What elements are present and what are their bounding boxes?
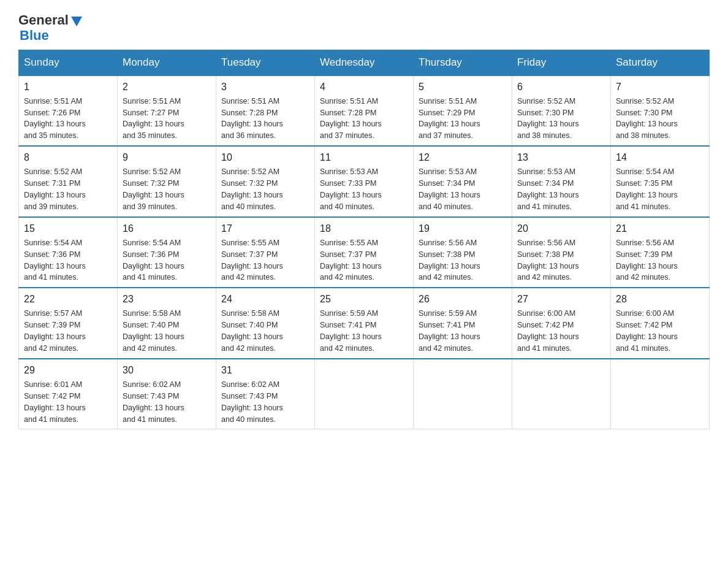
day-info: Sunrise: 5:51 AMSunset: 7:29 PMDaylight:… xyxy=(419,97,480,140)
calendar-cell: 22 Sunrise: 5:57 AMSunset: 7:39 PMDaylig… xyxy=(19,288,118,359)
day-number: 4 xyxy=(320,80,408,94)
day-number: 29 xyxy=(24,363,112,377)
logo: General Blue xyxy=(18,12,83,44)
day-number: 17 xyxy=(221,221,309,236)
day-number: 25 xyxy=(320,292,408,306)
weekday-header-friday: Friday xyxy=(512,50,611,75)
day-info: Sunrise: 5:51 AMSunset: 7:26 PMDaylight:… xyxy=(24,97,86,140)
day-info: Sunrise: 5:52 AMSunset: 7:31 PMDaylight:… xyxy=(24,167,86,211)
day-number: 16 xyxy=(123,221,211,236)
calendar-cell: 2 Sunrise: 5:51 AMSunset: 7:27 PMDayligh… xyxy=(118,75,216,147)
weekday-header-saturday: Saturday xyxy=(611,50,710,75)
day-info: Sunrise: 5:52 AMSunset: 7:30 PMDaylight:… xyxy=(517,97,579,140)
day-info: Sunrise: 5:53 AMSunset: 7:33 PMDaylight:… xyxy=(320,167,382,211)
calendar-cell: 8 Sunrise: 5:52 AMSunset: 7:31 PMDayligh… xyxy=(19,146,118,217)
day-info: Sunrise: 5:58 AMSunset: 7:40 PMDaylight:… xyxy=(221,309,283,353)
calendar-cell: 1 Sunrise: 5:51 AMSunset: 7:26 PMDayligh… xyxy=(19,75,118,147)
calendar-cell xyxy=(315,359,414,429)
day-info: Sunrise: 6:02 AMSunset: 7:43 PMDaylight:… xyxy=(221,380,283,424)
day-info: Sunrise: 5:59 AMSunset: 7:41 PMDaylight:… xyxy=(320,309,382,353)
calendar-cell: 9 Sunrise: 5:52 AMSunset: 7:32 PMDayligh… xyxy=(118,146,216,217)
day-info: Sunrise: 5:54 AMSunset: 7:36 PMDaylight:… xyxy=(123,239,184,282)
calendar-cell: 17 Sunrise: 5:55 AMSunset: 7:37 PMDaylig… xyxy=(216,217,315,288)
day-info: Sunrise: 5:55 AMSunset: 7:37 PMDaylight:… xyxy=(221,239,283,282)
day-number: 26 xyxy=(419,292,507,306)
day-info: Sunrise: 5:58 AMSunset: 7:40 PMDaylight:… xyxy=(123,309,184,353)
weekday-header-row: SundayMondayTuesdayWednesdayThursdayFrid… xyxy=(19,50,710,75)
day-number: 19 xyxy=(419,221,507,236)
calendar-cell: 19 Sunrise: 5:56 AMSunset: 7:38 PMDaylig… xyxy=(414,217,512,288)
page-header: General Blue xyxy=(18,12,710,44)
calendar-table: SundayMondayTuesdayWednesdayThursdayFrid… xyxy=(18,50,710,430)
calendar-cell: 24 Sunrise: 5:58 AMSunset: 7:40 PMDaylig… xyxy=(216,288,315,359)
day-number: 28 xyxy=(616,292,704,306)
calendar-cell: 10 Sunrise: 5:52 AMSunset: 7:32 PMDaylig… xyxy=(216,146,315,217)
calendar-cell: 3 Sunrise: 5:51 AMSunset: 7:28 PMDayligh… xyxy=(216,75,315,147)
day-number: 23 xyxy=(123,292,211,306)
calendar-cell: 21 Sunrise: 5:56 AMSunset: 7:39 PMDaylig… xyxy=(611,217,710,288)
weekday-header-thursday: Thursday xyxy=(414,50,512,75)
calendar-cell: 11 Sunrise: 5:53 AMSunset: 7:33 PMDaylig… xyxy=(315,146,414,217)
calendar-cell: 26 Sunrise: 5:59 AMSunset: 7:41 PMDaylig… xyxy=(414,288,512,359)
svg-marker-0 xyxy=(71,17,82,26)
calendar-cell: 15 Sunrise: 5:54 AMSunset: 7:36 PMDaylig… xyxy=(19,217,118,288)
day-number: 31 xyxy=(221,363,309,377)
day-number: 1 xyxy=(24,80,112,94)
day-info: Sunrise: 5:56 AMSunset: 7:38 PMDaylight:… xyxy=(419,239,480,282)
day-number: 7 xyxy=(616,80,704,94)
day-info: Sunrise: 5:53 AMSunset: 7:34 PMDaylight:… xyxy=(517,167,579,211)
day-number: 14 xyxy=(616,150,704,164)
week-row-4: 22 Sunrise: 5:57 AMSunset: 7:39 PMDaylig… xyxy=(19,288,710,359)
weekday-header-tuesday: Tuesday xyxy=(216,50,315,75)
calendar-cell: 18 Sunrise: 5:55 AMSunset: 7:37 PMDaylig… xyxy=(315,217,414,288)
day-number: 15 xyxy=(24,221,112,236)
calendar-cell: 29 Sunrise: 6:01 AMSunset: 7:42 PMDaylig… xyxy=(19,359,118,429)
day-number: 5 xyxy=(419,80,507,94)
calendar-cell: 12 Sunrise: 5:53 AMSunset: 7:34 PMDaylig… xyxy=(414,146,512,217)
day-info: Sunrise: 5:51 AMSunset: 7:28 PMDaylight:… xyxy=(320,97,382,140)
day-info: Sunrise: 5:51 AMSunset: 7:27 PMDaylight:… xyxy=(123,97,184,140)
day-info: Sunrise: 5:54 AMSunset: 7:36 PMDaylight:… xyxy=(24,239,86,282)
day-number: 18 xyxy=(320,221,408,236)
day-number: 12 xyxy=(419,150,507,164)
day-info: Sunrise: 5:52 AMSunset: 7:32 PMDaylight:… xyxy=(123,167,184,211)
day-number: 21 xyxy=(616,221,704,236)
day-info: Sunrise: 6:00 AMSunset: 7:42 PMDaylight:… xyxy=(517,309,579,353)
day-number: 22 xyxy=(24,292,112,306)
day-number: 20 xyxy=(517,221,605,236)
calendar-cell: 25 Sunrise: 5:59 AMSunset: 7:41 PMDaylig… xyxy=(315,288,414,359)
week-row-2: 8 Sunrise: 5:52 AMSunset: 7:31 PMDayligh… xyxy=(19,146,710,217)
day-info: Sunrise: 5:55 AMSunset: 7:37 PMDaylight:… xyxy=(320,239,382,282)
calendar-cell: 16 Sunrise: 5:54 AMSunset: 7:36 PMDaylig… xyxy=(118,217,216,288)
calendar-cell xyxy=(512,359,611,429)
day-info: Sunrise: 5:56 AMSunset: 7:39 PMDaylight:… xyxy=(616,239,678,282)
calendar-cell: 4 Sunrise: 5:51 AMSunset: 7:28 PMDayligh… xyxy=(315,75,414,147)
calendar-cell xyxy=(611,359,710,429)
calendar-cell: 20 Sunrise: 5:56 AMSunset: 7:38 PMDaylig… xyxy=(512,217,611,288)
day-number: 3 xyxy=(221,80,309,94)
day-number: 8 xyxy=(24,150,112,164)
day-info: Sunrise: 6:01 AMSunset: 7:42 PMDaylight:… xyxy=(24,380,86,424)
weekday-header-sunday: Sunday xyxy=(19,50,118,75)
day-info: Sunrise: 5:51 AMSunset: 7:28 PMDaylight:… xyxy=(221,97,283,140)
week-row-3: 15 Sunrise: 5:54 AMSunset: 7:36 PMDaylig… xyxy=(19,217,710,288)
calendar-cell: 27 Sunrise: 6:00 AMSunset: 7:42 PMDaylig… xyxy=(512,288,611,359)
logo-blue: Blue xyxy=(20,28,83,43)
day-number: 6 xyxy=(517,80,605,94)
calendar-cell: 14 Sunrise: 5:54 AMSunset: 7:35 PMDaylig… xyxy=(611,146,710,217)
calendar-body: 1 Sunrise: 5:51 AMSunset: 7:26 PMDayligh… xyxy=(19,75,710,429)
calendar-cell: 30 Sunrise: 6:02 AMSunset: 7:43 PMDaylig… xyxy=(118,359,216,429)
day-number: 11 xyxy=(320,150,408,164)
calendar-header: SundayMondayTuesdayWednesdayThursdayFrid… xyxy=(19,50,710,75)
calendar-cell: 13 Sunrise: 5:53 AMSunset: 7:34 PMDaylig… xyxy=(512,146,611,217)
calendar-cell: 6 Sunrise: 5:52 AMSunset: 7:30 PMDayligh… xyxy=(512,75,611,147)
day-number: 10 xyxy=(221,150,309,164)
day-info: Sunrise: 6:00 AMSunset: 7:42 PMDaylight:… xyxy=(616,309,678,353)
day-number: 24 xyxy=(221,292,309,306)
day-number: 13 xyxy=(517,150,605,164)
day-number: 30 xyxy=(123,363,211,377)
calendar-cell: 7 Sunrise: 5:52 AMSunset: 7:30 PMDayligh… xyxy=(611,75,710,147)
day-info: Sunrise: 5:52 AMSunset: 7:30 PMDaylight:… xyxy=(616,97,678,140)
week-row-1: 1 Sunrise: 5:51 AMSunset: 7:26 PMDayligh… xyxy=(19,75,710,147)
calendar-cell: 28 Sunrise: 6:00 AMSunset: 7:42 PMDaylig… xyxy=(611,288,710,359)
